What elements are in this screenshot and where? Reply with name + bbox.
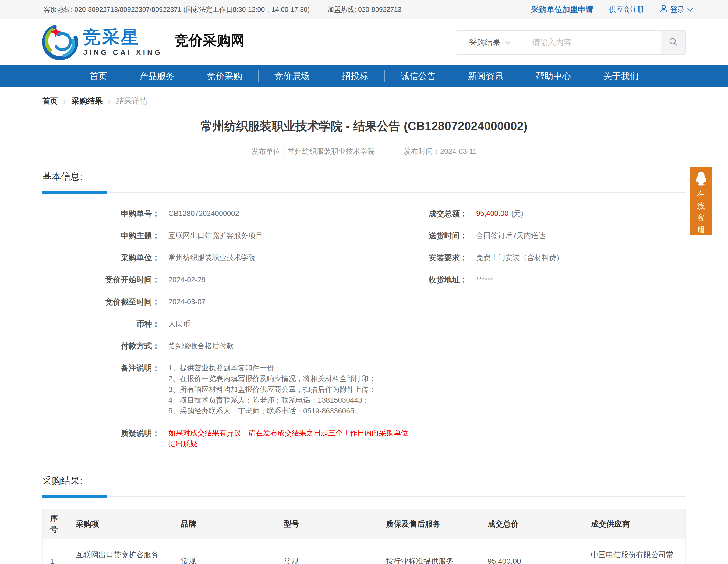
- purchase-result-heading-wrap: 采购结果:: [42, 474, 686, 497]
- field-delivery-time-label: 送货时间：: [411, 230, 468, 241]
- main-nav: 首页产品服务竞价采购竞价展场招投标诚信公告新闻资讯帮助中心关于我们: [0, 65, 728, 87]
- service-label-char: 客: [697, 212, 705, 224]
- field-install-req-row: 安装要求：免费上门安装（含材料费）: [411, 252, 686, 263]
- login-label: 登录: [670, 5, 685, 15]
- remark-line: 3、所有响应材料均加盖报价供应商公章，扫描后作为附件上传；: [168, 384, 376, 395]
- result-col-header-6: 成交总价: [480, 509, 583, 539]
- field-purchaser-row: 采购单位：常州纺织服装职业技术学院: [42, 252, 411, 263]
- nav-item-about-us[interactable]: 关于我们: [587, 65, 655, 87]
- field-deal-amount-row: 成交总额：95,400.00(元): [411, 208, 686, 219]
- remark-line: 2、在报价一览表内填写报价及响应情况，将相关材料全部打印；: [168, 373, 376, 384]
- field-end-time-row: 竞价截至时间：2024-03-07: [42, 296, 411, 307]
- online-service-widget[interactable]: 在线客服: [690, 167, 712, 235]
- breadcrumb-home[interactable]: 首页: [42, 96, 58, 107]
- breadcrumb: 首页›采购结果›结果详情: [42, 96, 686, 107]
- result-cell-7: 中国电信股份有限公司常州分公司: [583, 539, 686, 564]
- remark-line: 5、采购经办联系人：丁老师；联系电话：0519-86336065。: [168, 406, 376, 416]
- search-button[interactable]: [661, 31, 685, 54]
- result-cell-2: 互联网出口带宽扩容服务项目: [68, 539, 173, 564]
- online-service-label: 在线客服: [697, 188, 705, 236]
- result-table-row: 1互联网出口带宽扩容服务项目常规常规按行业标准提供服务95,400.00中国电信…: [43, 539, 686, 564]
- remark-line: 1、提供营业执照副本复印件一份；: [168, 363, 376, 373]
- breadcrumb-separator-icon: ›: [108, 97, 111, 105]
- chevron-down-icon: [687, 5, 694, 14]
- site-name: 竞价采购网: [175, 31, 245, 50]
- result-col-header-3: 品牌: [173, 509, 276, 539]
- field-install-req-label: 安装要求：: [411, 252, 468, 263]
- field-remark-label: 备注说明：: [42, 363, 160, 416]
- field-delivery-address-label: 收货地址：: [411, 274, 468, 285]
- service-label-char: 服: [697, 224, 705, 236]
- basic-info-section: 基本信息: 申购单号：CB128072024000002申购主题：互联网出口带宽…: [42, 170, 686, 460]
- field-order-no-label: 申购单号：: [42, 208, 160, 219]
- nav-item-bidding-procurement[interactable]: 竞价采购: [191, 65, 258, 87]
- nav-item-tendering[interactable]: 招投标: [326, 65, 384, 87]
- field-currency-label: 币种：: [42, 318, 160, 329]
- brand-name-cn: 竞采星: [83, 28, 162, 46]
- result-col-header-7: 成交供应商: [583, 509, 686, 539]
- login-link[interactable]: 登录: [660, 4, 694, 15]
- field-deal-amount-value: 95,400.00(元): [476, 208, 523, 219]
- deal-amount-link[interactable]: 95,400.00: [476, 210, 508, 218]
- publisher-line: 发布单位：常州纺织服装职业技术学院: [251, 147, 375, 156]
- nav-item-bidding-exhibition[interactable]: 竞价展场: [259, 65, 326, 87]
- page-title: 常州纺织服装职业技术学院 - 结果公告 (CB128072024000002): [0, 118, 728, 134]
- field-challenge-row: 质疑说明：如果对成交结果有异议，请在发布成交结果之日起三个工作日内向采购单位提出…: [42, 428, 411, 449]
- field-delivery-time-row: 送货时间：合同签订后7天内送达: [411, 230, 686, 241]
- search-icon: [669, 37, 678, 47]
- result-table-body: 1互联网出口带宽扩容服务项目常规常规按行业标准提供服务95,400.00中国电信…: [43, 539, 686, 564]
- nav-item-products[interactable]: 产品服务: [123, 65, 191, 87]
- site-search: 采购结果: [456, 30, 686, 55]
- nav-item-integrity-notice[interactable]: 诚信公告: [385, 65, 452, 87]
- site-logo[interactable]: 竞采星 JING CAI XING 竞价采购网: [42, 24, 245, 61]
- field-subject-row: 申购主题：互联网出口带宽扩容服务项目: [42, 230, 411, 241]
- search-category-value: 采购结果: [469, 37, 500, 48]
- field-payment-row: 付款方式：货到验收合格后付款: [42, 340, 411, 351]
- field-currency-row: 币种：人民币: [42, 318, 411, 329]
- result-table: 序号采购项品牌型号质保及售后服务成交总价成交供应商 1互联网出口带宽扩容服务项目…: [42, 509, 686, 564]
- result-col-header-5: 质保及售后服务: [378, 509, 480, 539]
- purchase-result-section: 采购结果: 序号采购项品牌型号质保及售后服务成交总价成交供应商 1互联网出口带宽…: [42, 474, 686, 564]
- nav-item-news[interactable]: 新闻资讯: [452, 65, 520, 87]
- field-challenge-value: 如果对成交结果有异议，请在发布成交结果之日起三个工作日内向采购单位提出质疑: [168, 428, 411, 449]
- field-start-time-row: 竞价开始时间：2024-02-29: [42, 274, 411, 285]
- basic-info-left-column: 申购单号：CB128072024000002申购主题：互联网出口带宽扩容服务项目…: [42, 208, 411, 460]
- search-input[interactable]: [524, 31, 661, 54]
- nav-item-help-center[interactable]: 帮助中心: [520, 65, 587, 87]
- qq-penguin-icon: [694, 171, 708, 187]
- field-start-time-label: 竞价开始时间：: [42, 274, 160, 285]
- result-cell-1: 1: [43, 539, 68, 564]
- field-purchaser-value: 常州纺织服装职业技术学院: [168, 252, 256, 263]
- service-label-char: 线: [697, 200, 705, 212]
- service-label-char: 在: [697, 188, 705, 200]
- result-col-header-1: 序号: [43, 509, 68, 539]
- purchaser-apply-link[interactable]: 采购单位加盟申请: [531, 4, 593, 15]
- announcement-meta: 发布单位：常州纺织服装职业技术学院 发布时间：2024-03-11: [0, 147, 728, 156]
- field-subject-label: 申购主题：: [42, 230, 160, 241]
- field-install-req-value: 免费上门安装（含材料费）: [476, 252, 563, 263]
- basic-info-heading: 基本信息:: [42, 170, 686, 183]
- field-order-no-value: CB128072024000002: [168, 208, 239, 219]
- result-col-header-2: 采购项: [68, 509, 173, 539]
- breadcrumb-results[interactable]: 采购结果: [72, 96, 103, 107]
- field-delivery-address-value: ******: [476, 274, 493, 285]
- result-table-header-row: 序号采购项品牌型号质保及售后服务成交总价成交供应商: [43, 509, 686, 539]
- field-delivery-address-row: 收货地址：******: [411, 274, 686, 285]
- search-category-select[interactable]: 采购结果: [456, 31, 524, 54]
- breadcrumb-current: 结果详情: [116, 96, 147, 107]
- join-hotline: 加盟热线: 020-80922713: [327, 5, 401, 14]
- basic-info-heading-wrap: 基本信息:: [42, 170, 686, 193]
- field-payment-label: 付款方式：: [42, 340, 160, 351]
- field-remark-value: 1、提供营业执照副本复印件一份；2、在报价一览表内填写报价及响应情况，将相关材料…: [168, 363, 376, 416]
- main-nav-inner: 首页产品服务竞价采购竞价展场招投标诚信公告新闻资讯帮助中心关于我们: [74, 65, 655, 87]
- result-col-header-4: 型号: [276, 509, 378, 539]
- deal-amount-unit: (元): [511, 210, 523, 218]
- basic-info-right-column: 成交总额：95,400.00(元)送货时间：合同签订后7天内送达安装要求：免费上…: [411, 208, 686, 460]
- publish-time-line: 发布时间：2024-03-11: [404, 147, 477, 156]
- field-order-no-row: 申购单号：CB128072024000002: [42, 208, 411, 219]
- nav-item-home[interactable]: 首页: [74, 65, 123, 87]
- supplier-register-link[interactable]: 供应商注册: [609, 5, 644, 14]
- result-cell-5: 按行业标准提供服务: [378, 539, 480, 564]
- result-cell-6: 95,400.00: [480, 539, 583, 564]
- topbar-links: 采购单位加盟申请 供应商注册 登录: [531, 4, 694, 15]
